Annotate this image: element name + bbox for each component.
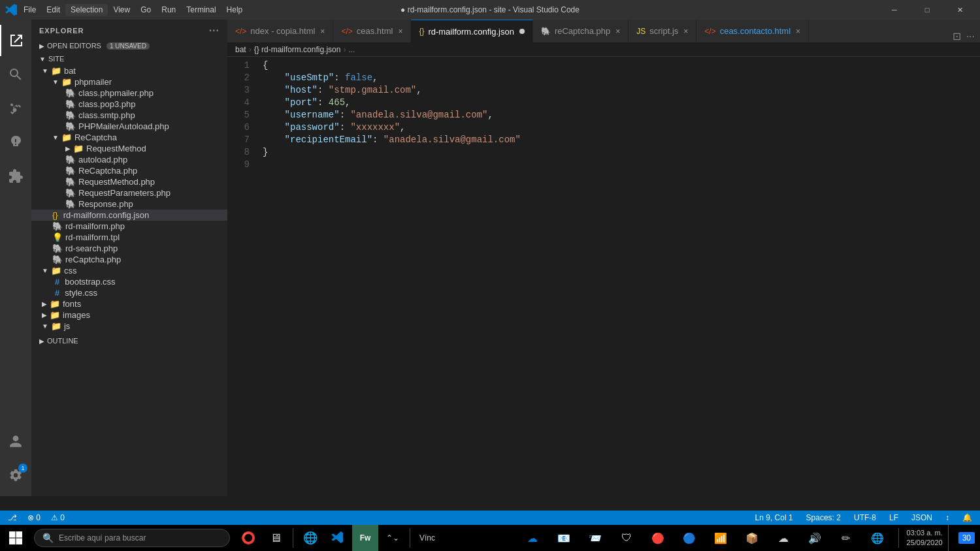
explorer-menu-button[interactable]: ··· — [209, 25, 220, 37]
tree-item-requestparameters[interactable]: 🐘 RequestParameters.php — [31, 187, 227, 198]
close-button[interactable]: ✕ — [945, 0, 975, 20]
tree-item-autoload[interactable]: 🐘 autoload.php — [31, 154, 227, 165]
menu-run[interactable]: Run — [156, 4, 181, 16]
tree-item-css-folder[interactable]: ▼ 📁 css — [31, 265, 227, 276]
close-tab-recaptcha[interactable]: × — [615, 27, 620, 36]
taskbar-antivirus[interactable]: 🔴 — [645, 525, 671, 551]
close-tab-ceas[interactable]: × — [398, 27, 402, 36]
notifications-icon[interactable]: 🔔 — [960, 513, 975, 522]
taskbar-search-box[interactable]: 🔍 Escribe aquí para buscar — [34, 529, 230, 547]
taskbar-security[interactable]: 🛡 — [613, 525, 640, 551]
tree-item-requestmethod-php[interactable]: 🐘 RequestMethod.php — [31, 176, 227, 187]
taskbar-mail2[interactable]: 📨 — [582, 525, 608, 551]
tree-item-rdmailform-tpl[interactable]: 💡 rd-mailform.tpl — [31, 232, 227, 243]
status-bar: ⎇ ⊗ 0 ⚠ 0 Ln 9, Col 1 Spaces: 2 UTF-8 LF… — [0, 511, 980, 525]
tab-recaptcha[interactable]: 🐘 reCaptcha.php × — [533, 20, 629, 42]
open-editors-label: OPEN EDITORS — [47, 42, 101, 50]
tree-item-bootstrap[interactable]: # bootstrap.css — [31, 276, 227, 287]
feedback-icon[interactable]: ↕ — [943, 513, 952, 522]
tree-item-recaptcha2[interactable]: 🐘 reCaptcha.php — [31, 254, 227, 265]
maximize-button[interactable]: □ — [912, 0, 942, 20]
account-activity-icon[interactable] — [0, 426, 31, 457]
tab-ceas-contacto[interactable]: </> ceas.contacto.html × — [696, 20, 809, 42]
tab-bar: </> ndex - copia.html × </> ceas.html × … — [227, 20, 980, 42]
indent-status[interactable]: Spaces: 2 — [804, 513, 843, 522]
taskbar-app-vinc[interactable]: Vínc — [414, 525, 440, 551]
taskbar-mail[interactable]: 📧 — [551, 525, 577, 551]
menu-selection[interactable]: Selection — [65, 4, 108, 16]
tree-item-rdmailform-php[interactable]: 🐘 rd-mailform.php — [31, 221, 227, 232]
encoding-status[interactable]: UTF-8 — [851, 513, 879, 522]
tree-item-js-folder[interactable]: ▼ 📁 js — [31, 321, 227, 332]
tree-item-recaptcha-php[interactable]: 🐘 ReCaptcha.php — [31, 165, 227, 176]
taskbar-show-desktop[interactable] — [948, 525, 953, 551]
taskbar-wifi[interactable]: 📶 — [708, 525, 734, 551]
breadcrumb-bat[interactable]: bat — [235, 45, 246, 54]
menu-terminal[interactable]: Terminal — [181, 4, 221, 16]
tree-item-class-phpmailer[interactable]: 🐘 class.phpmailer.php — [31, 87, 227, 99]
settings-activity-icon[interactable]: 1 — [0, 460, 31, 491]
start-button[interactable] — [0, 525, 31, 551]
debug-activity-icon[interactable] — [0, 127, 31, 158]
taskbar-cortana[interactable]: ⭕ — [235, 525, 261, 551]
taskbar-bluetooth[interactable]: 🔵 — [676, 525, 702, 551]
menu-view[interactable]: View — [108, 4, 135, 16]
explorer-activity-icon[interactable] — [0, 25, 31, 56]
site-section[interactable]: ▼ SITE — [31, 52, 227, 65]
taskbar-chrome[interactable]: 🌐 — [297, 525, 323, 551]
taskbar-vscode[interactable] — [325, 525, 351, 551]
cursor-position[interactable]: Ln 9, Col 1 — [753, 513, 796, 522]
taskbar-network[interactable]: 🌐 — [864, 525, 890, 551]
taskbar-task-view[interactable]: 🖥 — [263, 525, 289, 551]
tree-item-class-pop3[interactable]: 🐘 class.pop3.php — [31, 99, 227, 110]
tree-item-bat[interactable]: ▼ 📁 bat — [31, 65, 227, 76]
tree-item-rdsearch[interactable]: 🐘 rd-search.php — [31, 243, 227, 254]
tree-item-class-smtp[interactable]: 🐘 class.smtp.php — [31, 110, 227, 121]
taskbar-dropbox[interactable]: 📦 — [739, 525, 765, 551]
taskbar-pen[interactable]: ✏ — [833, 525, 859, 551]
menu-help[interactable]: Help — [221, 4, 248, 16]
tab-script-js[interactable]: JS script.js × — [629, 20, 696, 42]
taskbar-arrow[interactable]: ⌃⌄ — [380, 525, 406, 551]
close-tab-ceas-contacto[interactable]: × — [796, 27, 800, 36]
taskbar-onedrive[interactable]: ☁ — [519, 525, 546, 551]
line-ending-status[interactable]: LF — [887, 513, 901, 522]
more-tabs-icon[interactable]: ··· — [966, 31, 975, 42]
breadcrumb-ellipsis[interactable]: ... — [348, 45, 355, 54]
search-activity-icon[interactable] — [0, 59, 31, 90]
breadcrumb-file[interactable]: {} rd-mailform.config.json — [254, 45, 341, 54]
language-status[interactable]: JSON — [909, 513, 935, 522]
taskbar-cloud[interactable]: ☁ — [770, 525, 796, 551]
tree-item-recaptcha-folder[interactable]: ▼ 📁 ReCaptcha — [31, 132, 227, 143]
editor[interactable]: 1 { 2 "useSmtp": false, 3 "host": "stmp.… — [227, 57, 980, 537]
outline-section[interactable]: ▶ OUTLINE — [31, 334, 227, 347]
tab-index-copia[interactable]: </> ndex - copia.html × — [227, 20, 333, 42]
taskbar-fw[interactable]: Fw — [352, 525, 378, 551]
warnings-count[interactable]: ⚠ 0 — [48, 513, 67, 522]
menu-file[interactable]: File — [18, 4, 41, 16]
minimize-button[interactable]: ─ — [879, 0, 909, 20]
taskbar-clock[interactable]: 03:03 a. m. 25/09/2020 — [907, 528, 943, 548]
menu-go[interactable]: Go — [135, 4, 156, 16]
tree-item-fonts-folder[interactable]: ▶ 📁 fonts — [31, 298, 227, 309]
tree-item-phpmailer-autoload[interactable]: 🐘 PHPMailerAutoload.php — [31, 121, 227, 132]
tree-item-phpmailer[interactable]: ▼ 📁 phpmailer — [31, 76, 227, 87]
errors-count[interactable]: ⊗ 0 — [25, 513, 43, 522]
tab-ceas-html[interactable]: </> ceas.html × — [333, 20, 411, 42]
taskbar-volume[interactable]: 🔊 — [802, 525, 828, 551]
git-branch[interactable]: ⎇ — [5, 513, 20, 522]
close-tab-script[interactable]: × — [683, 27, 688, 36]
tree-item-style[interactable]: # style.css — [31, 287, 227, 298]
close-tab-index[interactable]: × — [320, 27, 325, 36]
tab-rdmailform-config[interactable]: {} rd-mailform.config.json — [411, 20, 533, 42]
menu-edit[interactable]: Edit — [41, 4, 65, 16]
line-1: 1 { — [227, 59, 980, 72]
open-editors-section[interactable]: ▶ OPEN EDITORS 1 UNSAVED — [31, 39, 227, 52]
tree-item-response[interactable]: 🐘 Response.php — [31, 198, 227, 210]
extensions-activity-icon[interactable] — [0, 161, 31, 192]
split-editor-icon[interactable]: ⊡ — [953, 30, 961, 42]
tree-item-rdmailform-config[interactable]: {} rd-mailform.config.json — [31, 210, 227, 221]
source-control-activity-icon[interactable] — [0, 93, 31, 124]
tree-item-requestmethod-folder[interactable]: ▶ 📁 RequestMethod — [31, 143, 227, 154]
tree-item-images-folder[interactable]: ▶ 📁 images — [31, 309, 227, 321]
